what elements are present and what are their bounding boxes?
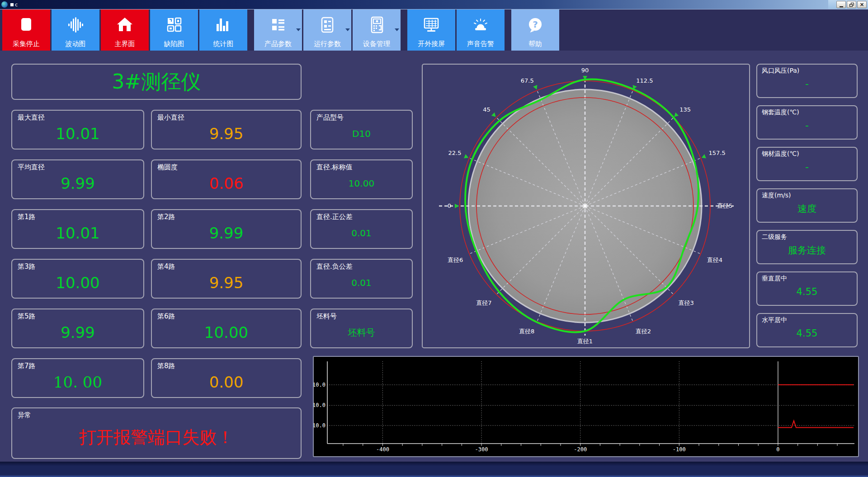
polar-angle-label: 112.5 [636, 77, 653, 84]
polar-angle-label: 135 [679, 106, 691, 113]
status-box: 风口风压(Pa)- [756, 64, 858, 98]
measure-box: 平均直径9.99 [11, 159, 144, 199]
measure-label: 第7路 [12, 359, 143, 370]
measure-box: 最小直径9.95 [151, 110, 302, 150]
device-manage-button[interactable]: 设备管理 [353, 9, 401, 51]
angle-arrow-icon [464, 154, 469, 160]
measure-box: 第7路10. 00 [11, 358, 144, 398]
restore-icon [849, 3, 854, 7]
measure-box: 第2路9.99 [151, 209, 302, 249]
toolbar-button-label: 声音告警 [467, 41, 494, 47]
measure-box: 坯料号坯料号 [310, 309, 413, 348]
run-params-button[interactable]: 运行参数 [303, 9, 351, 51]
status-label: 二级服务 [757, 231, 857, 241]
angle-arrow-icon [533, 85, 539, 90]
trend-x-label: 0 [776, 446, 779, 453]
close-button[interactable]: × [857, 1, 867, 8]
status-box: 水平居中4.55 [756, 313, 858, 347]
sound-alarm-button[interactable]: 声音告警 [457, 9, 505, 51]
close-icon: × [859, 1, 864, 8]
measure-value: 10.01 [12, 221, 143, 248]
polar-diameter-label: 直径2 [636, 328, 651, 335]
toolbar-button-label: 波动图 [66, 41, 86, 47]
measure-label: 产品型号 [311, 111, 412, 122]
toolbar-button-label: 采集停止 [13, 41, 40, 47]
dropdown-arrow-icon [296, 28, 301, 31]
polar-angle-label: 22.5 [448, 150, 462, 156]
measure-value: 0.01 [311, 271, 412, 298]
measure-label: 第5路 [12, 309, 143, 321]
external-screen-button[interactable]: 开外接屏 [407, 9, 455, 51]
measure-value: 9.95 [152, 271, 301, 298]
main-screen-button[interactable]: 主界面 [101, 9, 149, 51]
measure-value: 0.00 [152, 370, 301, 397]
measure-label: 第6路 [152, 309, 301, 321]
sound-alarm-icon [457, 16, 505, 34]
toolbar-button-label: 统计图 [213, 41, 234, 47]
polar-chart: 022.54567.590112.5135157.5直径5直径4直径3直径2直径… [423, 65, 749, 347]
polar-diameter-label: 直径3 [679, 299, 694, 306]
trend-chart: 10.010.010.0-400-300-200-1000 [314, 357, 858, 456]
trend-series-lower [778, 421, 854, 428]
restore-button[interactable] [847, 1, 856, 8]
toolbar-group-gap [506, 9, 511, 51]
wave-chart-button[interactable]: 波动图 [52, 9, 99, 51]
dropdown-arrow-icon [395, 28, 399, 31]
measure-value: 坯料号 [311, 321, 412, 347]
toolbar-button-label: 缺陷图 [164, 41, 184, 47]
status-box: 钢套温度(℃)- [756, 105, 858, 140]
external-screen-icon [407, 16, 455, 34]
toolbar-group-gap [249, 9, 254, 51]
status-label: 速度(m/s) [757, 189, 857, 200]
defect-chart-button[interactable]: 缺陷图 [150, 9, 198, 51]
trend-y-label: 10.0 [314, 382, 326, 388]
measure-label: 坯料号 [311, 309, 412, 321]
alarm-box: 异常 打开报警端口失败！ [11, 407, 302, 459]
window-title: c [15, 2, 18, 8]
trend-chart-panel: 10.010.010.0-400-300-200-1000 [313, 356, 859, 457]
polar-diameter-label: 直径7 [476, 299, 491, 306]
polar-angle-label: 157.5 [709, 150, 726, 156]
measure-box: 第4路9.95 [151, 259, 302, 299]
measure-value: 0.06 [152, 172, 301, 198]
polar-angle-label: 0 [448, 202, 451, 209]
alarm-label: 异常 [12, 408, 301, 420]
status-box: 速度(m/s)速度 [756, 188, 858, 223]
stats-chart-button[interactable]: 统计图 [199, 9, 247, 51]
status-value: 速度 [757, 200, 857, 222]
toolbar-button-label: 运行参数 [314, 41, 341, 47]
trend-y-label: 10.0 [314, 402, 326, 408]
status-label: 钢套温度(℃) [757, 106, 857, 117]
svg-text:?: ? [533, 19, 538, 30]
measure-label: 平均直径 [12, 160, 143, 172]
measure-label: 第4路 [152, 260, 301, 271]
polar-chart-panel: 022.54567.590112.5135157.5直径5直径4直径3直径2直径… [422, 64, 750, 348]
capture-stop-button[interactable]: 采集停止 [2, 9, 50, 51]
help-button[interactable]: ?帮助 [511, 9, 559, 51]
measure-label: 最大直径 [12, 111, 143, 122]
polar-angle-label: 45 [483, 106, 491, 113]
home-icon [101, 16, 149, 34]
trend-y-label: 10.0 [314, 422, 326, 429]
angle-arrow-icon [455, 204, 459, 208]
toolbar-button-label: 产品参数 [264, 41, 292, 47]
minimize-button[interactable] [836, 1, 846, 8]
measure-box: 产品型号D10 [310, 110, 413, 150]
status-value: 4.55 [757, 324, 857, 346]
trend-x-label: -400 [376, 446, 389, 453]
measure-box: 直径.正公差0.01 [310, 209, 413, 249]
status-label: 水平居中 [757, 314, 857, 324]
status-box: 垂直居中4.55 [756, 271, 858, 306]
toolbar-button-label: 主界面 [115, 41, 135, 47]
status-value: - [757, 158, 857, 180]
window-title-icon [10, 3, 14, 6]
titlebar: c × [0, 0, 868, 9]
measure-value: D10 [311, 122, 412, 149]
measure-box: 椭圆度0.06 [151, 159, 302, 199]
polar-angle-label: 90 [581, 67, 589, 74]
measure-box: 直径.标称值10.00 [310, 159, 413, 199]
measure-box: 第8路0.00 [151, 358, 302, 398]
measure-value: 10.00 [311, 172, 412, 198]
product-params-button[interactable]: 产品参数 [254, 9, 302, 51]
measure-value: 10. 00 [12, 370, 143, 397]
